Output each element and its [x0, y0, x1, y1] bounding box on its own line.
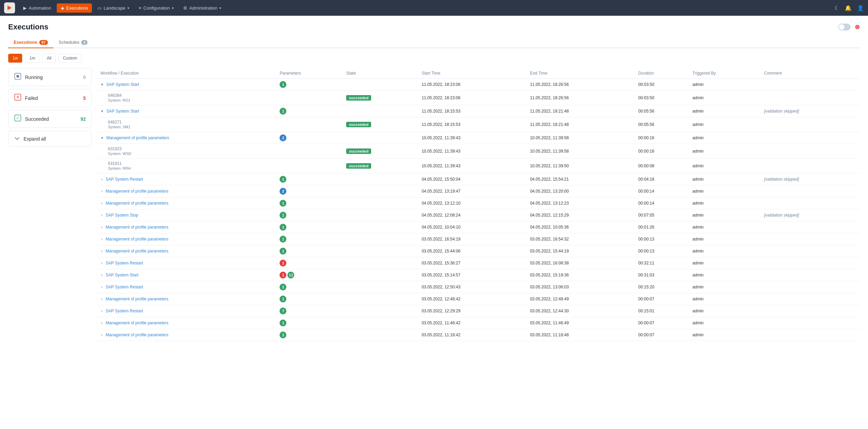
expand-row-button[interactable]: ›: [100, 320, 103, 326]
table-row: ▾ SAP System Start 111.05.2022, 18:23:06…: [97, 79, 860, 91]
duration-cell: 00:00:07: [635, 293, 689, 305]
table-body: ▾ SAP System Start 111.05.2022, 18:23:06…: [97, 79, 860, 341]
expand-row-button[interactable]: ›: [100, 248, 103, 254]
settings-icon[interactable]: ⊗: [855, 23, 860, 31]
duration-cell: 00:00:13: [635, 233, 689, 245]
workflow-name[interactable]: Management of profile parameters: [106, 225, 168, 230]
table-row: › SAP System Restart 103.05.2022, 15:36:…: [97, 257, 860, 269]
nav-automation[interactable]: ▶ Automation: [19, 3, 55, 13]
filter-all[interactable]: All: [42, 54, 56, 63]
user-avatar-icon[interactable]: 👤: [857, 5, 864, 11]
params-cell: 1: [276, 233, 343, 245]
expand-row-button[interactable]: ›: [100, 260, 103, 266]
duration-cell: 00:07:05: [635, 209, 689, 221]
execution-id-cell: 631911 System: RRH: [97, 159, 276, 173]
duration-cell: 00:00:16: [635, 132, 689, 144]
duration-cell: 00:15:01: [635, 305, 689, 317]
duration-cell: 00:31:03: [635, 269, 689, 281]
triggered-by-cell: admin: [689, 79, 761, 91]
notifications-icon[interactable]: 🔔: [845, 5, 852, 11]
executions-toggle[interactable]: [838, 24, 851, 30]
landscape-icon: ▭: [97, 5, 101, 11]
expand-row-button[interactable]: ›: [100, 200, 103, 206]
workflow-name[interactable]: SAP System Start: [106, 273, 138, 277]
execution-id[interactable]: 646271: [108, 120, 122, 125]
workflow-cell: › Management of profile parameters: [97, 245, 276, 257]
workflow-name[interactable]: SAP System Start: [106, 109, 139, 114]
duration-cell: 00:05:56: [635, 117, 689, 132]
expand-row-button[interactable]: ›: [100, 308, 103, 314]
start-time-cell: 03.05.2022, 16:54:19: [418, 233, 527, 245]
expand-row-button[interactable]: ▾: [100, 135, 104, 141]
workflow-name[interactable]: SAP System Stop: [106, 213, 138, 218]
expand-row-button[interactable]: ›: [100, 188, 103, 194]
state-cell: [343, 209, 418, 221]
sidebar-succeeded[interactable]: ✓ Succeeded 92: [8, 110, 92, 128]
workflow-name[interactable]: Management of profile parameters: [106, 237, 168, 242]
filter-custom[interactable]: Custom: [58, 54, 81, 63]
workflow-name[interactable]: Management of profile parameters: [106, 333, 168, 337]
params-cell: 1: [276, 221, 343, 233]
workflow-name[interactable]: Management of profile parameters: [106, 135, 169, 140]
expand-row-button[interactable]: ›: [100, 296, 103, 302]
state-cell: [343, 185, 418, 197]
workflow-name[interactable]: Management of profile parameters: [106, 297, 168, 301]
end-time-cell: 11.05.2022, 18:21:48: [527, 105, 635, 117]
nav-landscape[interactable]: ▭ Landscape ▾: [93, 3, 133, 13]
nav-executions[interactable]: ◈ Executions: [57, 3, 92, 13]
sidebar-running[interactable]: Running 0: [8, 68, 92, 86]
expand-row-button[interactable]: ›: [100, 272, 103, 278]
state-cell: succeeded: [343, 91, 418, 105]
comment-cell: [761, 197, 860, 209]
execution-id[interactable]: 631911: [108, 161, 122, 166]
execution-id[interactable]: 646384: [108, 93, 122, 98]
expand-row-button[interactable]: ›: [100, 224, 103, 230]
expand-row-button[interactable]: ▾: [100, 108, 104, 114]
workflow-name[interactable]: Management of profile parameters: [106, 201, 168, 206]
state-cell: [343, 233, 418, 245]
workflow-name[interactable]: SAP System Restart: [106, 309, 143, 313]
workflow-name[interactable]: SAP System Start: [106, 82, 139, 87]
params-cell: 1: [276, 293, 343, 305]
expand-all-button[interactable]: Expand all: [8, 131, 92, 147]
workflow-name[interactable]: Management of profile parameters: [106, 189, 168, 194]
col-end-time: End Time: [527, 68, 635, 79]
end-time-cell: 04.05.2022, 13:20:00: [527, 185, 635, 197]
table-row: › Management of profile parameters 204.0…: [97, 185, 860, 197]
param-badge: 2: [280, 188, 286, 195]
end-time-cell: 10.05.2022, 11:39:58: [527, 132, 635, 144]
start-time-cell: 03.05.2022, 12:48:42: [418, 293, 527, 305]
state-cell: [343, 257, 418, 269]
app-logo[interactable]: [4, 2, 15, 13]
workflow-name[interactable]: SAP System Restart: [106, 261, 143, 265]
workflow-name[interactable]: SAP System Restart: [106, 177, 143, 182]
nav-administration[interactable]: ⚙ Administration ▾: [179, 3, 225, 13]
workflow-name[interactable]: SAP System Restart: [106, 285, 143, 289]
expand-row-button[interactable]: ›: [100, 332, 103, 338]
filter-1m[interactable]: 1m: [25, 54, 40, 63]
expand-row-button[interactable]: ›: [100, 176, 103, 182]
comment-cell: [761, 293, 860, 305]
params-cell: 7: [276, 305, 343, 317]
state-cell: succeeded: [343, 117, 418, 132]
expand-row-button[interactable]: ›: [100, 284, 103, 290]
expand-row-button[interactable]: ›: [100, 212, 103, 218]
expand-all-icon: [14, 135, 20, 142]
expand-row-button[interactable]: ›: [100, 236, 103, 242]
system-tag: System: RO1: [108, 98, 130, 102]
workflow-name[interactable]: Management of profile parameters: [106, 249, 168, 254]
tab-schedules[interactable]: Schedules 0: [53, 37, 93, 48]
nav-configuration[interactable]: ≡ Configuration ▾: [135, 3, 178, 13]
tab-executions[interactable]: Executions 97: [8, 37, 53, 48]
workflow-name[interactable]: Management of profile parameters: [106, 321, 168, 325]
end-time-cell: 04.05.2022, 13:12:23: [527, 197, 635, 209]
filter-1w[interactable]: 1w: [8, 54, 22, 63]
expand-row-button[interactable]: ▾: [100, 81, 104, 88]
theme-toggle-icon[interactable]: ☾: [835, 5, 839, 11]
sidebar-failed[interactable]: ✕ Failed 5: [8, 89, 92, 107]
param-badge: 7: [280, 308, 286, 314]
end-time-cell: 04.05.2022, 12:15:29: [527, 209, 635, 221]
params-cell: 2: [276, 132, 343, 144]
execution-id[interactable]: 631923: [108, 146, 122, 151]
automation-icon: ▶: [23, 5, 27, 11]
